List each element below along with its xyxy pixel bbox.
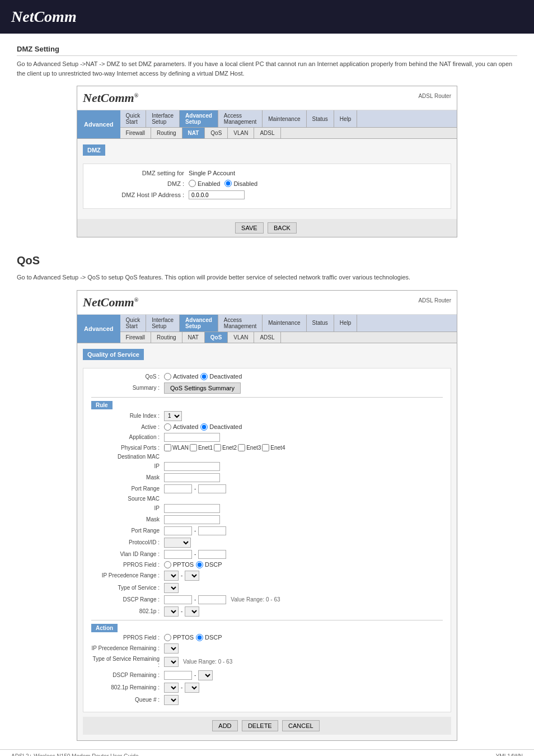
- tos-rem-select[interactable]: [164, 657, 179, 667]
- dscp-rem-val: -: [164, 670, 213, 680]
- dest-ip-label: IP: [91, 463, 164, 469]
- nav-quick-start[interactable]: QuickStart: [120, 110, 147, 127]
- nav-interface-setup[interactable]: InterfaceSetup: [146, 110, 180, 127]
- qos-cancel-button[interactable]: CANCEL: [282, 720, 320, 731]
- port-enet3-check[interactable]: [238, 444, 245, 451]
- qos-nav-qos[interactable]: QoS: [205, 332, 228, 343]
- protocol-select[interactable]: TCPUDP: [164, 538, 191, 548]
- action-dscp-radio[interactable]: DSCP: [196, 634, 222, 641]
- queue-val: [164, 695, 179, 705]
- qos-nav-access-management[interactable]: AccessManagement: [218, 315, 263, 332]
- qos-nav-help[interactable]: Help: [334, 315, 358, 332]
- nav-advanced-setup[interactable]: AdvancedSetup: [180, 110, 218, 127]
- protocol-val: TCPUDP: [164, 538, 191, 548]
- dmz-disabled-radio[interactable]: Disabled: [224, 180, 257, 187]
- dest-port-from[interactable]: [164, 484, 192, 493]
- tos-select[interactable]: [164, 583, 179, 593]
- nav-qos[interactable]: QoS: [205, 128, 228, 138]
- dmz-enabled-radio[interactable]: Enabled: [189, 180, 220, 187]
- b8021-rem-select[interactable]: [164, 683, 179, 693]
- ppros-dscp-radio[interactable]: DSCP: [196, 561, 222, 568]
- dest-mac-row: Destination MAC: [91, 454, 443, 460]
- dmz-back-button[interactable]: BACK: [268, 222, 297, 234]
- qos-nav-items: QuickStart InterfaceSetup AdvancedSetup …: [120, 315, 457, 343]
- queue-row: Queue # :: [91, 695, 443, 705]
- b8021-from-select[interactable]: [164, 606, 179, 617]
- dscp-rem-input[interactable]: [164, 671, 192, 680]
- nav-routing[interactable]: Routing: [151, 128, 182, 138]
- dscp-to[interactable]: [198, 595, 226, 604]
- qos-nav-nat[interactable]: NAT: [182, 332, 205, 343]
- qos-nav-maintenance[interactable]: Maintenance: [263, 315, 306, 332]
- dscp-from[interactable]: [164, 595, 192, 604]
- qos-delete-button[interactable]: DELETE: [242, 720, 278, 731]
- dmz-nav-bar: Advanced QuickStart InterfaceSetup Advan…: [77, 110, 457, 139]
- nav-adsl[interactable]: ADSL: [254, 128, 280, 138]
- qos-nav-interface-setup[interactable]: InterfaceSetup: [146, 315, 180, 332]
- nav-access-management[interactable]: AccessManagement: [218, 110, 263, 127]
- qos-nav-status[interactable]: Status: [307, 315, 334, 332]
- b8021-rem-to-select[interactable]: [185, 683, 199, 693]
- source-mask-input[interactable]: [164, 515, 220, 524]
- dscp-val: - Value Range: 0 - 63: [164, 595, 280, 604]
- rule-deactivated-radio[interactable]: Deactivated: [200, 423, 242, 431]
- qos-nav-adsl[interactable]: ADSL: [254, 332, 280, 343]
- qos-summary-button[interactable]: QoS Settings Summary: [164, 382, 241, 394]
- nav-maintenance[interactable]: Maintenance: [263, 110, 306, 127]
- qos-nav-advanced-setup[interactable]: AdvancedSetup: [180, 315, 218, 332]
- physical-ports-row: Physical Ports : WLAN Enet1 Enet2 Enet3 …: [91, 444, 443, 451]
- nav-nat[interactable]: NAT: [182, 128, 205, 138]
- source-port-from[interactable]: [164, 526, 192, 535]
- nav-vlan[interactable]: VLAN: [228, 128, 254, 138]
- ip-prec-rem-select[interactable]: [164, 643, 179, 654]
- b8021-rem-label: 802.1p Remaining :: [91, 684, 164, 690]
- dest-mask-label: Mask: [91, 474, 164, 480]
- b8021-to-select[interactable]: [185, 606, 199, 617]
- nav-help[interactable]: Help: [334, 110, 358, 127]
- dest-ip-input[interactable]: [164, 462, 220, 471]
- dscp-rem-select[interactable]: [198, 670, 213, 680]
- dmz-save-button[interactable]: SAVE: [235, 222, 264, 234]
- queue-select[interactable]: [164, 695, 179, 705]
- qos-adsl-label: ADSL Router: [418, 297, 451, 304]
- rule-application-input[interactable]: [164, 433, 220, 442]
- vlan-id-to[interactable]: [198, 550, 226, 559]
- action-pptos-radio[interactable]: PPTOS: [164, 634, 194, 641]
- source-ip-row: IP: [91, 504, 443, 513]
- ip-prec-label: IP Precedence Range :: [91, 572, 164, 578]
- port-enet1-check[interactable]: [190, 444, 197, 451]
- rule-active-row: Active : Activated Deactivated: [91, 423, 443, 431]
- vlan-id-from[interactable]: [164, 550, 192, 559]
- action-ppros-label: PPROS Field :: [91, 634, 164, 641]
- qos-nav-firewall[interactable]: Firewall: [120, 332, 151, 343]
- dmz-radio-label: DMZ :: [95, 180, 184, 187]
- rule-activated-radio[interactable]: Activated: [164, 423, 198, 431]
- source-ip-input[interactable]: [164, 504, 220, 513]
- ip-prec-from-select[interactable]: [164, 571, 179, 581]
- port-enet2-check[interactable]: [214, 444, 221, 451]
- ip-prec-to-select[interactable]: [185, 571, 199, 581]
- source-port-to[interactable]: [198, 526, 226, 535]
- qos-nav-routing[interactable]: Routing: [151, 332, 182, 343]
- qos-nav-vlan[interactable]: VLAN: [228, 332, 254, 343]
- dscp-hint: Value Range: 0 - 63: [231, 596, 280, 603]
- dest-port-to[interactable]: [198, 484, 226, 493]
- dmz-host-input[interactable]: [189, 190, 245, 199]
- port-wlan-check[interactable]: [164, 444, 171, 451]
- dest-ip-row: IP: [91, 462, 443, 471]
- port-enet4-check[interactable]: [262, 444, 269, 451]
- tos-rem-row: Type of Service Remaining : Value Range:…: [91, 656, 443, 668]
- nav-firewall[interactable]: Firewall: [120, 128, 151, 138]
- qos-activated-radio[interactable]: Activated: [164, 373, 198, 380]
- qos-nav-quick-start[interactable]: QuickStart: [120, 315, 147, 332]
- source-ip-label: IP: [91, 505, 164, 511]
- qos-deactivated-radio[interactable]: Deactivated: [200, 373, 242, 380]
- nav-status[interactable]: Status: [307, 110, 334, 127]
- dest-mask-input[interactable]: [164, 473, 220, 482]
- b8021-label: 802.1p :: [91, 608, 164, 614]
- ppros-pptos-radio[interactable]: PPTOS: [164, 561, 194, 568]
- rule-index-select[interactable]: 123: [164, 411, 182, 421]
- dmz-adsl-label: ADSL Router: [418, 93, 451, 99]
- dmz-nav-bottom: Firewall Routing NAT QoS VLAN ADSL: [120, 128, 457, 138]
- qos-add-button[interactable]: ADD: [212, 720, 237, 731]
